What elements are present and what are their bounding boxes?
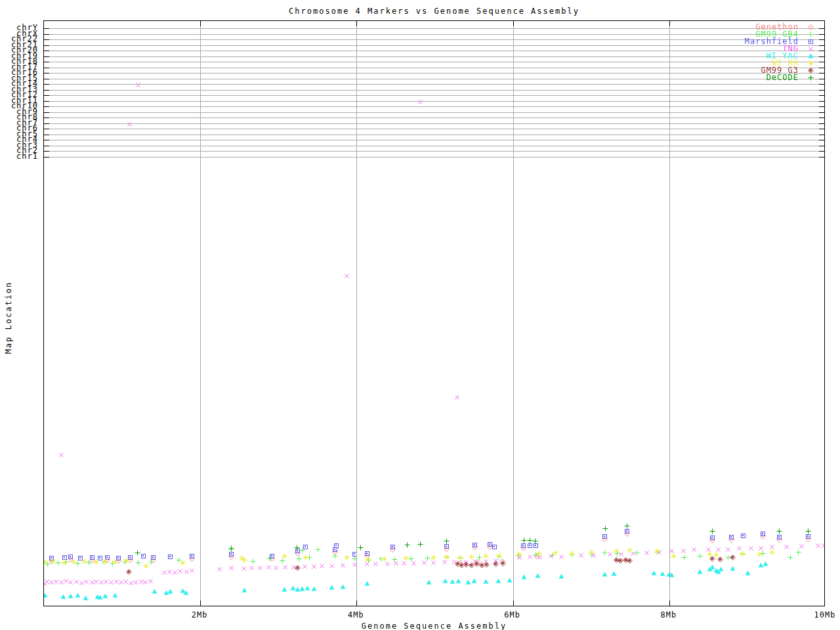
legend: Genethon GM99 GB4 Marshfield TNG WI YAC … <box>673 24 818 81</box>
x-axis-tick-label: 4Mb <box>348 610 364 620</box>
x-axis-tick-label: 6Mb <box>504 610 520 620</box>
square-dot-icon <box>804 38 818 45</box>
legend-label-decode: DeCODE <box>766 74 799 81</box>
legend-row: DeCODE <box>673 74 818 81</box>
x-axis-tick-label: 10Mb <box>814 610 836 620</box>
x-axis-tick-label: 2Mb <box>192 610 208 620</box>
cross-icon <box>804 45 818 52</box>
plus-icon <box>804 31 818 38</box>
plus-icon <box>804 74 818 81</box>
asterisk-icon <box>804 60 818 67</box>
x-axis-labels: 2Mb4Mb6Mb8Mb10Mb <box>0 0 840 630</box>
x-axis-title: Genome Sequence Assembly <box>43 621 825 630</box>
x-axis-tick-label: 8Mb <box>660 610 677 620</box>
chart-page: Chromosome 4 Markers vs Genome Sequence … <box>0 0 840 630</box>
triangle-icon <box>804 52 818 60</box>
diamond-fill-icon <box>804 67 818 74</box>
diamond-open-icon <box>804 24 818 31</box>
